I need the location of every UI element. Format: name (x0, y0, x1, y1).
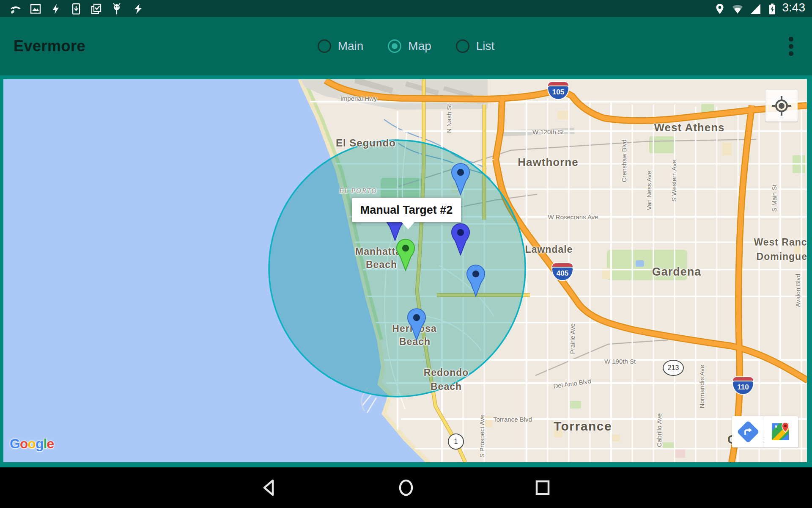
map-label: Redondo (424, 367, 469, 378)
google-maps-app-button[interactable] (764, 416, 798, 447)
battery-charging-icon (766, 3, 778, 15)
usb-debug-icon (111, 3, 123, 15)
route-shield-110: 110 (733, 377, 753, 394)
back-icon[interactable] (260, 478, 279, 497)
radio-list-label: List (476, 39, 495, 53)
map-label: El Segundo (336, 137, 396, 149)
map-label: Torrance Blvd (493, 416, 532, 423)
radio-map-label: Map (408, 39, 431, 53)
location-icon (714, 3, 726, 15)
map-label: Cabrillo Ave (656, 413, 663, 447)
wifi-icon (732, 3, 743, 15)
map-label: West Athens (654, 121, 724, 134)
map-label: Torrance (554, 419, 612, 433)
directions-icon (737, 420, 760, 443)
radio-main-label: Main (338, 39, 364, 53)
download-icon (70, 3, 82, 15)
navigation-bar (0, 467, 812, 508)
route-shield-105: 105 (548, 82, 568, 99)
crosshair-icon (771, 95, 792, 116)
map-pin-green[interactable] (396, 239, 415, 271)
map-label: Beach (431, 381, 462, 392)
map-label: Hawthorne (518, 156, 578, 169)
directions-button[interactable] (732, 416, 764, 447)
google-logo-letter: g (36, 436, 44, 451)
app-bar: Evermore Main Map List (0, 17, 812, 75)
map-label: N Nash St (445, 104, 453, 133)
route-shield-213: 213 (663, 360, 684, 376)
google-logo-letter: o (27, 436, 36, 451)
google-maps-icon (771, 422, 791, 442)
screen: 3:43 Evermore Main Map List (0, 0, 812, 508)
network-cast-icon (9, 3, 21, 15)
map-label: S Prospect Ave (478, 414, 486, 458)
map-label: Van Ness Ave (645, 171, 653, 210)
map-label: Gardena (652, 265, 702, 279)
map-label: Dominguez (757, 251, 807, 262)
map-label: S Western Ave (670, 160, 678, 202)
recents-icon[interactable] (533, 478, 552, 497)
google-logo-letter: e (47, 436, 54, 451)
map-label: Lawndale (525, 244, 573, 255)
map-label: Imperial Hwy (340, 95, 377, 102)
map-label: Avalon Blvd (794, 274, 801, 307)
my-location-button[interactable] (765, 90, 798, 121)
map-pin-blue[interactable] (451, 163, 470, 196)
signal-icon (749, 3, 761, 15)
radio-main-circle[interactable] (318, 39, 331, 53)
map-label: Beach (366, 259, 397, 271)
lightning-icon (50, 3, 62, 15)
radio-list[interactable]: List (456, 39, 495, 53)
google-logo-letter: G (10, 436, 20, 451)
home-icon[interactable] (397, 478, 415, 497)
map-label: West Ranch (754, 237, 807, 248)
radio-map[interactable]: Map (388, 39, 431, 53)
map-label: Crenshaw Blvd (620, 140, 628, 182)
map-label: W 190th St (604, 358, 636, 365)
map-view[interactable]: El SegundoHawthorneWest AthensLawndaleGa… (3, 79, 807, 462)
map-pin-blue[interactable] (466, 265, 486, 297)
view-radio-group: Main Map List (0, 17, 812, 75)
map-label: W Rosecrans Ave (548, 213, 598, 221)
google-logo: Google (10, 436, 54, 452)
map-pin-blue[interactable] (407, 308, 426, 341)
map-pin-navy[interactable] (451, 223, 470, 256)
radio-map-circle[interactable] (388, 39, 401, 53)
route-shield-405: 405 (552, 263, 573, 280)
map-label: EL PORTO (339, 187, 377, 195)
overflow-menu-icon[interactable] (789, 17, 793, 75)
flash-icon (132, 3, 144, 15)
map-label: W 120th St (532, 128, 564, 135)
photo-icon (30, 3, 41, 15)
google-logo-letter: o (20, 436, 28, 451)
radio-list-circle[interactable] (456, 39, 469, 53)
map-label: Prairie Ave (569, 323, 576, 354)
clock: 3:43 (782, 1, 806, 14)
map-label: S Main St (771, 184, 778, 212)
route-shield-1: 1 (448, 433, 464, 450)
radio-main[interactable]: Main (318, 39, 364, 53)
clipboard-check-icon (91, 3, 102, 15)
info-window-title: Manual Target #2 (360, 204, 453, 217)
map-label: Normandie Ave (698, 365, 705, 408)
info-window[interactable]: Manual Target #2 (352, 198, 461, 222)
status-bar: 3:43 (0, 0, 812, 17)
